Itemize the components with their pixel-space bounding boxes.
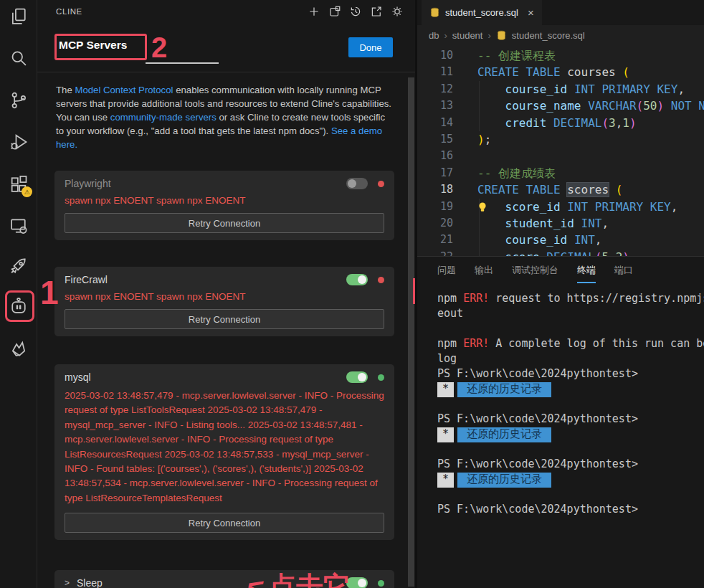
lightbulb-icon[interactable] bbox=[477, 201, 487, 216]
server-status-dot bbox=[378, 181, 384, 187]
code-text: course_name VARCHAR(50) NOT NULL, bbox=[477, 98, 704, 114]
mcp-server-card: FireCrawlspawn npx ENOENT spawn npx ENOE… bbox=[54, 267, 394, 336]
history-icon[interactable] bbox=[349, 5, 362, 18]
source-control-icon[interactable] bbox=[9, 90, 29, 110]
server-toggle[interactable] bbox=[346, 274, 368, 285]
open-in-editor-icon[interactable] bbox=[370, 5, 383, 18]
editor-tab[interactable]: student_score.sql × bbox=[422, 0, 542, 25]
database-icon bbox=[429, 7, 440, 18]
explorer-icon[interactable] bbox=[9, 6, 29, 27]
panel-scrollbar[interactable] bbox=[408, 77, 414, 587]
terminal-line: log bbox=[437, 352, 704, 367]
tab-filename: student_score.sql bbox=[445, 7, 518, 18]
line-number: 11 bbox=[417, 64, 453, 80]
search-icon[interactable] bbox=[9, 48, 29, 68]
indent-guide bbox=[479, 81, 480, 98]
description-link[interactable]: See a demo here. bbox=[56, 125, 382, 150]
description-link[interactable]: Model Context Protocol bbox=[75, 85, 173, 95]
terminal-tab-终端[interactable]: 终端 bbox=[577, 264, 596, 283]
code-text: credit DECIMAL(3,1) bbox=[477, 115, 637, 131]
terminal-line: PS F:\work\code\2024pythontest> bbox=[437, 412, 704, 427]
server-name: FireCrawl bbox=[65, 274, 108, 285]
line-number: 14 bbox=[417, 115, 453, 131]
server-name: Sleep bbox=[77, 577, 103, 588]
code-text: score DECIMAL(5,2) bbox=[477, 249, 629, 256]
server-status-dot bbox=[378, 374, 384, 381]
line-number: 15 bbox=[417, 131, 453, 148]
terminal-output[interactable]: npm ERR! request to https://registry.npm… bbox=[417, 292, 704, 518]
settings-gear-icon[interactable] bbox=[391, 5, 404, 18]
server-error-text: spawn npx ENOENT spawn npx ENOENT bbox=[65, 291, 384, 302]
code-line: 14 credit DECIMAL(3,1) bbox=[417, 115, 704, 131]
code-text: -- 创建成绩表 bbox=[477, 165, 556, 181]
retry-connection-button[interactable]: Retry Connection bbox=[65, 309, 384, 329]
code-line: 20 student_id INT, bbox=[417, 215, 704, 232]
remote-explorer-icon[interactable] bbox=[9, 216, 29, 236]
database-icon bbox=[496, 30, 507, 41]
code-text: -- 创建课程表 bbox=[477, 47, 556, 64]
annotation-arrow: < bbox=[244, 570, 267, 588]
server-card-head: Playwright bbox=[65, 178, 384, 189]
restore-label: 还原的历史记录 bbox=[457, 427, 551, 442]
line-number: 17 bbox=[417, 165, 453, 181]
extensions-warning-badge: ⚠ bbox=[22, 186, 32, 197]
terminal-tab-问题[interactable]: 问题 bbox=[437, 264, 456, 283]
line-number: 16 bbox=[417, 148, 453, 164]
terminal-line: npm ERR! A complete log of this run can … bbox=[437, 337, 704, 352]
line-number: 20 bbox=[417, 215, 453, 232]
code-text: course_id INT PRIMARY KEY, bbox=[477, 81, 685, 98]
terminal-tabs: 问题输出调试控制台终端端口 bbox=[417, 257, 704, 283]
retry-connection-button[interactable]: Retry Connection bbox=[65, 513, 384, 533]
server-toggle[interactable] bbox=[346, 178, 368, 189]
mcp-server-card: Playwrightspawn npx ENOENT spawn npx ENO… bbox=[54, 171, 394, 240]
restore-history-line: *还原的历史记录 bbox=[437, 473, 704, 488]
terminal-tab-调试控制台[interactable]: 调试控制台 bbox=[512, 264, 558, 283]
code-line: 15); bbox=[417, 131, 704, 148]
done-button[interactable]: Done bbox=[348, 37, 393, 57]
indent-guide bbox=[479, 249, 480, 256]
code-line: 10-- 创建课程表 bbox=[417, 47, 704, 64]
line-number: 22 bbox=[417, 249, 453, 256]
terminal-blank-line bbox=[437, 488, 704, 503]
line-number: 10 bbox=[417, 47, 453, 64]
breadcrumb-item[interactable]: student bbox=[452, 30, 483, 41]
code-text: CREATE TABLE courses ( bbox=[477, 64, 629, 80]
mcp-servers-icon[interactable] bbox=[328, 5, 341, 18]
new-task-plus-icon[interactable] bbox=[308, 5, 320, 18]
indent-guide bbox=[479, 232, 480, 248]
run-debug-icon[interactable] bbox=[9, 132, 29, 152]
code-area[interactable]: 10-- 创建课程表11CREATE TABLE courses (12 cou… bbox=[417, 45, 704, 256]
terminal-line: PS F:\work\code\2024pythontest> bbox=[437, 457, 704, 473]
indent-guide bbox=[479, 215, 480, 232]
rocket-icon[interactable] bbox=[9, 256, 29, 276]
server-toggle[interactable] bbox=[346, 371, 368, 383]
code-line: 11CREATE TABLE courses ( bbox=[417, 64, 704, 80]
line-number: 18 bbox=[417, 181, 453, 198]
terminal-line: PS F:\work\code\2024pythontest> bbox=[437, 367, 704, 382]
terminal-tab-输出[interactable]: 输出 bbox=[475, 264, 493, 283]
restore-star: * bbox=[437, 427, 454, 442]
annotation-box-mcp bbox=[54, 34, 147, 60]
restore-history-line: *还原的历史记录 bbox=[437, 382, 704, 397]
chevron-right-icon[interactable]: > bbox=[65, 578, 70, 588]
breadcrumb-item[interactable]: student_score.sql bbox=[512, 30, 585, 41]
server-name: mysql bbox=[65, 371, 91, 383]
toggle-knob bbox=[358, 275, 366, 284]
cline-panel: CLINE MCP Servers Done The Model Context… bbox=[37, 0, 415, 588]
code-line: 17-- 创建成绩表 bbox=[417, 165, 704, 181]
terminal-line: ○PS F:\work\code\2024pythontest> bbox=[437, 503, 704, 518]
extension-icon[interactable] bbox=[9, 339, 29, 359]
terminal-tab-端口[interactable]: 端口 bbox=[614, 264, 633, 283]
breadcrumb: db › student › student_score.sql bbox=[417, 25, 704, 45]
breadcrumb-item[interactable]: db bbox=[429, 30, 439, 41]
extensions-icon[interactable]: ⚠ bbox=[9, 174, 29, 194]
annotation-click-hint: <点击它 bbox=[247, 569, 351, 588]
restore-star: * bbox=[437, 382, 454, 397]
tab-close-icon[interactable]: × bbox=[528, 6, 534, 19]
restore-label: 还原的历史记录 bbox=[457, 473, 551, 488]
server-log-text: 2025-03-02 13:48:57,479 - mcp.server.low… bbox=[65, 389, 384, 506]
description-link[interactable]: community-made servers bbox=[110, 112, 217, 123]
code-text: score_id INT PRIMARY KEY, bbox=[477, 199, 677, 215]
retry-connection-button[interactable]: Retry Connection bbox=[65, 213, 384, 233]
server-name: Playwright bbox=[65, 178, 111, 189]
